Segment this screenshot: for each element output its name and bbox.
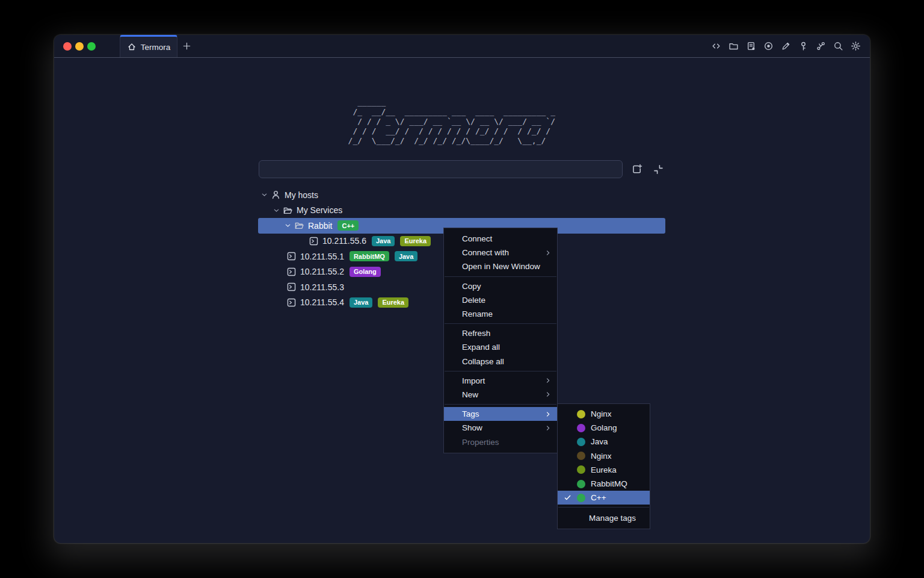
search-row — [259, 160, 667, 178]
tree-label: 10.211.55.1 — [300, 252, 344, 261]
menu-separator — [445, 371, 556, 371]
tag-item-java[interactable]: Java — [558, 435, 650, 449]
key-icon[interactable] — [798, 40, 809, 52]
main-content: ______ /_ __/__ _________ ___ ____ _____… — [54, 58, 870, 542]
menu-item-rename[interactable]: Rename — [444, 307, 557, 321]
tag-item-nginx[interactable]: Nginx — [558, 407, 650, 421]
check-icon — [564, 494, 577, 502]
ascii-logo: ______ /_ __/__ _________ ___ ____ _____… — [348, 98, 555, 146]
tags-submenu: Nginx Golang Java Nginx Eureka RabbitMQ … — [557, 403, 650, 529]
menu-item-properties: Properties — [444, 435, 557, 449]
menu-item-tags[interactable]: Tags — [444, 407, 557, 421]
maximize-button[interactable] — [87, 42, 96, 51]
tag-badge: Eureka — [400, 236, 431, 246]
tag-badge: Java — [372, 236, 395, 246]
tag-color-dot — [577, 424, 585, 432]
tag-item-nginx-2[interactable]: Nginx — [558, 449, 650, 463]
folder-icon[interactable] — [728, 40, 739, 52]
tree-label: My hosts — [285, 190, 318, 200]
code-icon[interactable] — [710, 40, 722, 52]
menu-separator — [445, 323, 556, 324]
tag-badge: Java — [395, 251, 417, 261]
folder-open-icon — [283, 205, 293, 216]
user-icon — [271, 190, 281, 200]
tag-badge: RabbitMQ — [350, 251, 389, 261]
terminal-icon — [309, 236, 319, 246]
tag-item-eureka[interactable]: Eureka — [558, 463, 650, 477]
tree-label: 10.211.55.4 — [300, 297, 344, 307]
log-icon[interactable] — [745, 40, 757, 52]
add-host-icon[interactable] — [630, 163, 644, 176]
tree-label: My Services — [297, 205, 342, 215]
home-icon — [127, 42, 137, 52]
terminal-icon — [286, 282, 297, 292]
tab-termora[interactable]: Termora — [120, 35, 177, 57]
folder-open-icon — [294, 220, 304, 231]
plus-icon — [182, 42, 191, 51]
tree-label: 10.211.55.6 — [322, 236, 366, 246]
menu-item-connect[interactable]: Connect — [444, 232, 557, 246]
menu-separator — [445, 276, 556, 277]
tree-label: 10.211.55.3 — [300, 282, 344, 292]
chevron-down-icon[interactable] — [271, 207, 281, 214]
menu-item-connect-with[interactable]: Connect with — [444, 246, 557, 259]
tag-color-dot — [577, 494, 585, 502]
new-tab-button[interactable] — [177, 35, 196, 57]
submenu-arrow-icon — [544, 391, 552, 398]
app-window: Termora ______ /_ __/__ _________ ___ __… — [54, 35, 870, 543]
tag-color-dot — [577, 410, 585, 418]
terminal-icon — [286, 267, 297, 277]
titlebar: Termora — [54, 35, 870, 58]
minimize-button[interactable] — [75, 42, 84, 51]
close-button[interactable] — [63, 42, 72, 51]
context-menu: Connect Connect with Open in New Window … — [443, 228, 558, 453]
submenu-arrow-icon — [544, 249, 552, 256]
titlebar-actions — [710, 35, 870, 57]
menu-item-collapse-all[interactable]: Collapse all — [444, 355, 557, 368]
menu-item-expand-all[interactable]: Expand all — [444, 340, 557, 354]
submenu-arrow-icon — [544, 377, 552, 384]
terminal-icon — [286, 251, 297, 261]
menu-item-refresh[interactable]: Refresh — [444, 326, 557, 340]
tag-color-dot — [577, 480, 585, 488]
keychain-icon[interactable] — [815, 40, 827, 52]
edit-icon[interactable] — [780, 40, 792, 52]
traffic-lights — [54, 35, 104, 57]
menu-item-delete[interactable]: Delete — [444, 293, 557, 307]
submenu-arrow-icon — [544, 411, 552, 418]
menu-item-open-in-new-window[interactable]: Open in New Window — [444, 259, 557, 273]
tree-label: 10.211.55.2 — [300, 267, 344, 276]
menu-item-show[interactable]: Show — [444, 421, 557, 435]
tag-item-golang[interactable]: Golang — [558, 421, 650, 435]
tag-color-dot — [577, 452, 585, 460]
chevron-down-icon[interactable] — [259, 191, 269, 199]
menu-item-copy[interactable]: Copy — [444, 279, 557, 293]
tag-color-dot — [577, 438, 585, 446]
tree-row-my-services[interactable]: My Services — [258, 203, 665, 219]
tag-badge: Java — [350, 297, 372, 308]
tag-color-dot — [577, 465, 585, 474]
tree-label: Rabbit — [308, 221, 332, 231]
menu-item-new[interactable]: New — [444, 388, 557, 402]
settings-gear-icon[interactable] — [850, 40, 861, 52]
search-icon[interactable] — [833, 40, 844, 52]
chevron-down-icon[interactable] — [283, 222, 292, 229]
record-icon[interactable] — [763, 40, 774, 52]
tag-item-cpp[interactable]: C++ — [558, 491, 650, 505]
tab-label: Termora — [141, 43, 171, 52]
menu-item-import[interactable]: Import — [444, 374, 557, 388]
tree-row-my-hosts[interactable]: My hosts — [258, 187, 665, 203]
tag-item-rabbitmq[interactable]: RabbitMQ — [558, 477, 650, 491]
tag-badge: C++ — [337, 220, 359, 231]
search-input[interactable] — [259, 160, 623, 178]
terminal-icon — [286, 297, 297, 308]
tag-badge: Eureka — [378, 297, 408, 308]
tag-badge: Golang — [350, 267, 381, 277]
manage-tags-button[interactable]: Manage tags — [558, 510, 650, 526]
menu-separator — [558, 507, 649, 508]
submenu-arrow-icon — [544, 424, 552, 432]
collapse-all-icon[interactable] — [651, 163, 665, 176]
menu-separator — [445, 404, 556, 405]
